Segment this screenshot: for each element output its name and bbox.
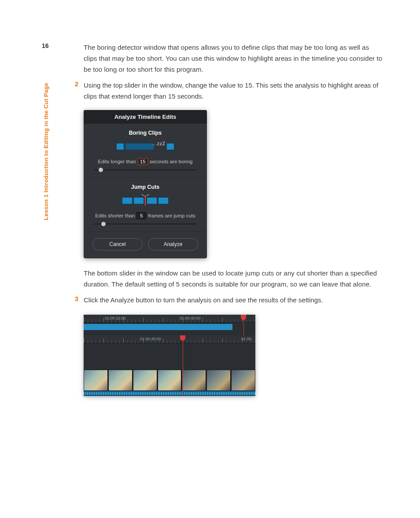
timeline-overview-band [84,324,232,330]
jump-frames-input[interactable]: 5 [136,212,146,219]
timeline-lower: 01:00:46:00 01:00: [84,335,255,396]
jump-prefix: Edits shorter than [95,213,135,218]
analyze-timeline-dialog: Analyze Timeline Edits Boring Clips ...z… [84,110,207,258]
after-dialog-paragraph: The bottom slider in the window can be u… [84,268,383,290]
clip-thumbnail [108,370,133,391]
clip-block-icon [166,143,174,150]
timecode-label: 01:00:32:00 [105,316,126,320]
analyze-button[interactable]: Analyze [148,238,198,250]
boring-prefix: Edits longer than [98,159,136,164]
step-3-text: Click the Analyze button to turn the ana… [84,295,323,306]
boring-clips-title: Boring Clips [92,130,198,136]
step-number-2: 2 [71,80,84,102]
timeline-thumbnails [84,370,255,391]
dialog-title: Analyze Timeline Edits [84,110,207,124]
jump-cut-marker-icon [145,196,146,206]
boring-param-line: Edits longer than 15 seconds are boring [92,158,198,165]
clip-block-icon [147,197,157,204]
dialog-footer: Cancel Analyze [84,232,207,258]
boring-seconds-input[interactable]: 15 [138,158,148,165]
cancel-button[interactable]: Cancel [92,238,143,250]
playhead-icon [183,335,183,396]
zzz-icon: ...zzZ [152,141,166,146]
step-2-text: Using the top slider in the window, chan… [84,80,383,102]
clip-block-icon [116,143,124,150]
timeline-ruler-upper: 01:00:32:00 01:00:40:00 [84,315,255,323]
clip-thumbnail [206,370,231,391]
timeline-ruler-lower: 01:00:46:00 01:00: [84,335,255,343]
step-2: 2 Using the top slider in the window, ch… [84,80,383,102]
slider-thumb-icon[interactable] [101,222,106,226]
jump-cuts-title: Jump Cuts [92,184,198,190]
lesson-sidebar-label: Lesson 1 Introduction to Editing in the … [43,83,49,220]
boring-suffix: seconds are boring [150,159,193,164]
timecode-label: 01:00: [241,337,252,341]
playhead-icon [243,315,244,336]
clip-block-icon [158,197,169,204]
step-number-3: 3 [71,295,84,306]
timecode-label: 01:00:46:00 [140,337,161,341]
jump-param-line: Edits shorter than 5 frames are jump cut… [92,212,198,219]
timeline-audio-waveform [84,391,255,396]
step-3: 3 Click the Analyze button to turn the a… [84,295,383,306]
page-number: 16 [42,42,49,49]
slider-thumb-icon[interactable] [99,168,103,172]
clip-thumbnail [84,370,108,391]
main-content: The boring detector window that opens al… [84,42,383,396]
jump-suffix: frames are jump cuts [148,213,195,218]
clip-thumbnail [133,370,157,391]
clip-thumbnail [158,370,182,391]
clip-block-icon [122,197,133,204]
timecode-label: 01:00:40:00 [180,316,201,320]
boring-clips-section: Boring Clips ...zzZ Edits longer than 15… [84,124,207,178]
clip-thumbnail [182,370,206,391]
boring-slider[interactable] [94,169,196,170]
clip-block-icon [125,143,154,150]
jump-slider[interactable] [94,224,196,224]
timeline-upper: 01:00:32:00 01:00:40:00 [84,315,255,330]
boring-clips-illustration: ...zzZ [92,142,198,151]
intro-paragraph: The boring detector window that opens al… [84,42,383,75]
jump-cuts-illustration [92,196,198,205]
clip-thumbnail [231,370,255,391]
jump-cuts-section: Jump Cuts Edits shorter than 5 frames ar… [84,178,207,232]
clip-block-icon [133,197,144,204]
timeline-screenshot: 01:00:32:00 01:00:40:00 01:00:46:00 01:0… [84,315,255,396]
